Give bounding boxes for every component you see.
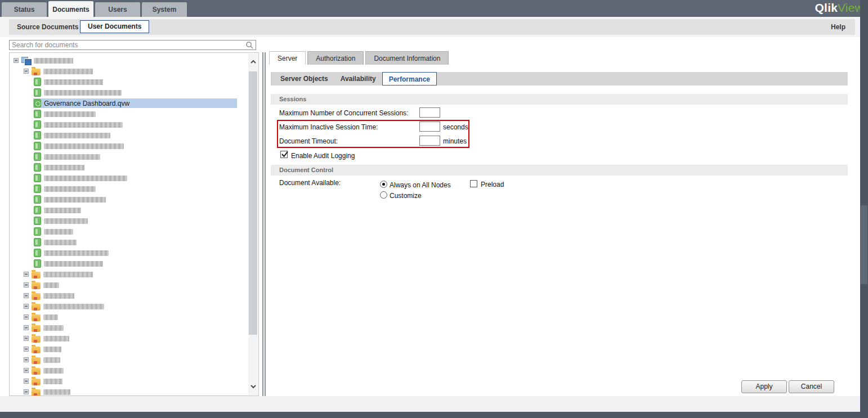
- subtab-performance[interactable]: Performance: [382, 72, 437, 86]
- max-inactive-session-time-input[interactable]: [419, 122, 440, 132]
- tree-item[interactable]: [10, 226, 258, 237]
- tree-expander-icon[interactable]: [24, 325, 29, 330]
- minutes-unit-label: minutes: [443, 137, 467, 145]
- customize-radio[interactable]: [380, 191, 387, 199]
- tab-server[interactable]: Server: [269, 51, 306, 65]
- help-link[interactable]: Help: [831, 19, 845, 35]
- document-timeout-input[interactable]: [419, 136, 440, 146]
- tree-expander-icon[interactable]: [24, 282, 29, 287]
- document-icon: [34, 152, 41, 161]
- preload-checkbox[interactable]: [470, 180, 477, 187]
- document-icon: [34, 163, 41, 172]
- search-input[interactable]: [9, 40, 256, 50]
- tree-expander-icon[interactable]: [24, 293, 29, 298]
- redacted-label: [43, 347, 61, 352]
- tree-item[interactable]: [10, 312, 258, 322]
- tree-item[interactable]: [10, 194, 258, 205]
- subtab-availability[interactable]: Availability: [334, 72, 382, 86]
- tree-item[interactable]: [10, 130, 258, 141]
- subtab-server-objects[interactable]: Server Objects: [274, 72, 334, 86]
- tree-item[interactable]: [10, 386, 258, 396]
- tree-item[interactable]: [10, 162, 258, 173]
- search-icon[interactable]: [245, 41, 253, 49]
- tree-expander-icon[interactable]: [24, 314, 29, 320]
- tree-item[interactable]: [10, 333, 258, 344]
- tree-item[interactable]: [10, 290, 258, 301]
- document-icon: [34, 206, 41, 214]
- always-on-all-nodes-radio[interactable]: [380, 181, 387, 188]
- redacted-label: [44, 186, 96, 192]
- tree-expander-icon[interactable]: [24, 379, 29, 384]
- tree-item[interactable]: [10, 87, 258, 98]
- scroll-down-icon[interactable]: [248, 378, 258, 395]
- window-scrollbar-thumb[interactable]: [861, 205, 867, 284]
- tree-item[interactable]: [10, 151, 258, 162]
- qlikview-management-console: Status Documents Users System QlikView S…: [0, 0, 868, 418]
- panel-divider[interactable]: [262, 52, 263, 396]
- redacted-label: [43, 314, 58, 320]
- tab-users[interactable]: Users: [95, 2, 140, 17]
- scrollbar-thumb[interactable]: [249, 71, 257, 335]
- tree-expander-icon[interactable]: [24, 272, 29, 277]
- tree-expander-icon[interactable]: [24, 389, 29, 394]
- tree-item[interactable]: [10, 280, 258, 290]
- redacted-label: [34, 58, 73, 64]
- tree-item[interactable]: [10, 205, 258, 215]
- tab-documents[interactable]: Documents: [48, 1, 93, 17]
- tree-item[interactable]: [10, 66, 258, 77]
- tree-item[interactable]: [10, 215, 258, 226]
- tab-user-documents[interactable]: User Documents: [80, 20, 149, 33]
- radio-dot-icon: [382, 183, 385, 186]
- apply-button[interactable]: Apply: [741, 380, 787, 393]
- document-icon: [34, 110, 41, 118]
- tab-system[interactable]: System: [142, 2, 187, 17]
- tree-expander-icon[interactable]: [24, 336, 29, 341]
- tree-item[interactable]: [10, 119, 258, 130]
- tree-expander-icon[interactable]: [24, 347, 29, 352]
- document-icon: [34, 174, 41, 182]
- tab-status[interactable]: Status: [2, 2, 47, 17]
- tree-item[interactable]: [10, 109, 258, 119]
- tree-item[interactable]: Governance Dashboard.qvw: [10, 98, 258, 109]
- tree-item[interactable]: [10, 376, 258, 386]
- tree-item[interactable]: [10, 269, 258, 280]
- redacted-label: [44, 165, 84, 170]
- tree-item[interactable]: [10, 354, 258, 365]
- scroll-up-icon[interactable]: [248, 53, 258, 70]
- redacted-label: [44, 240, 77, 245]
- tree-item[interactable]: [10, 258, 258, 269]
- tree-expander-icon[interactable]: [24, 357, 29, 362]
- customize-label: Customize: [390, 192, 422, 200]
- tree-expander-icon[interactable]: [14, 58, 19, 63]
- tree-item[interactable]: [10, 322, 258, 333]
- tree-item[interactable]: [10, 301, 258, 312]
- enable-audit-logging-checkbox[interactable]: [280, 151, 288, 158]
- tab-document-information[interactable]: Document Information: [365, 51, 449, 65]
- tree-item[interactable]: [10, 55, 258, 66]
- tree-item[interactable]: [10, 173, 258, 183]
- tree-expander-icon[interactable]: [24, 368, 29, 373]
- tree-expander-icon[interactable]: [24, 304, 29, 309]
- tab-source-documents[interactable]: Source Documents: [17, 19, 78, 35]
- tree-item[interactable]: [10, 248, 258, 258]
- folder-icon: [32, 336, 41, 343]
- max-concurrent-sessions-input[interactable]: [419, 107, 440, 118]
- redacted-label: [43, 325, 64, 331]
- document-icon: [34, 227, 41, 236]
- tree-item[interactable]: [10, 237, 258, 248]
- tree-item[interactable]: [10, 365, 258, 376]
- tab-authorization[interactable]: Authorization: [307, 51, 364, 65]
- tree-item[interactable]: [10, 183, 258, 194]
- tree-item[interactable]: [10, 344, 258, 354]
- cancel-button[interactable]: Cancel: [789, 380, 834, 393]
- tree-expander-icon[interactable]: [24, 69, 29, 74]
- tree-item[interactable]: [10, 141, 258, 151]
- panel-divider-line-2: [265, 52, 266, 396]
- bottom-bar: [0, 412, 868, 418]
- redacted-label: [44, 122, 123, 128]
- tree-item[interactable]: [10, 77, 258, 87]
- preload-label: Preload: [481, 181, 504, 188]
- document-icon: [34, 185, 41, 193]
- always-on-all-nodes-label: Always on All Nodes: [390, 181, 451, 189]
- tree-scrollbar[interactable]: [248, 53, 258, 395]
